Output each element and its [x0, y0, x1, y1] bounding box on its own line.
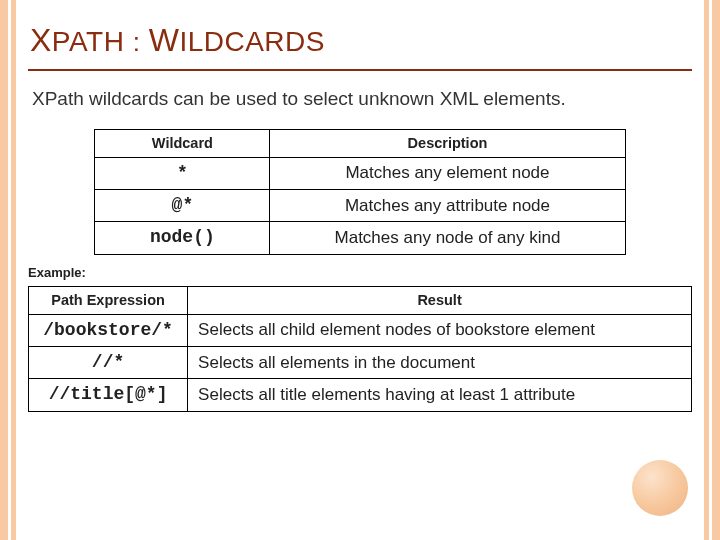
col-wildcard: Wildcard: [95, 129, 270, 157]
table-row: @* Matches any attribute node: [95, 189, 625, 221]
path-expression-cell: //title[@*]: [29, 379, 188, 411]
result-cell: Selects all title elements having at lea…: [188, 379, 692, 411]
col-result: Result: [188, 286, 692, 314]
wildcard-table: Wildcard Description * Matches any eleme…: [94, 129, 625, 255]
col-path-expression: Path Expression: [29, 286, 188, 314]
decor-stripe-left-outer: [0, 0, 8, 540]
description-cell: Matches any attribute node: [270, 189, 625, 221]
title-word2-cap: W: [149, 22, 180, 58]
title-word1-cap: X: [30, 22, 52, 58]
table-header-row: Path Expression Result: [29, 286, 692, 314]
decor-stripe-right-inner: [704, 0, 709, 540]
wildcard-cell: *: [95, 157, 270, 189]
table-row: //* Selects all elements in the document: [29, 347, 692, 379]
description-cell: Matches any node of any kind: [270, 222, 625, 254]
title-separator: :: [133, 27, 141, 57]
path-expression-cell: //*: [29, 347, 188, 379]
page-title: XPATH : WILDCARDS: [28, 16, 692, 71]
table-row: * Matches any element node: [95, 157, 625, 189]
table-header-row: Wildcard Description: [95, 129, 625, 157]
slide-content: XPATH : WILDCARDS XPath wildcards can be…: [22, 10, 698, 526]
table-row: //title[@*] Selects all title elements h…: [29, 379, 692, 411]
intro-text: XPath wildcards can be used to select un…: [28, 71, 588, 129]
title-word2-rest: ILDCARDS: [179, 26, 325, 57]
decor-stripe-left-inner: [11, 0, 16, 540]
decor-stripe-right-outer: [712, 0, 720, 540]
description-cell: Matches any element node: [270, 157, 625, 189]
title-word1-rest: PATH: [52, 26, 125, 57]
example-label: Example:: [28, 255, 692, 286]
example-table: Path Expression Result /bookstore/* Sele…: [28, 286, 692, 412]
table-row: /bookstore/* Selects all child element n…: [29, 314, 692, 346]
result-cell: Selects all elements in the document: [188, 347, 692, 379]
table-row: node() Matches any node of any kind: [95, 222, 625, 254]
col-description: Description: [270, 129, 625, 157]
result-cell: Selects all child element nodes of books…: [188, 314, 692, 346]
wildcard-cell: node(): [95, 222, 270, 254]
wildcard-cell: @*: [95, 189, 270, 221]
path-expression-cell: /bookstore/*: [29, 314, 188, 346]
